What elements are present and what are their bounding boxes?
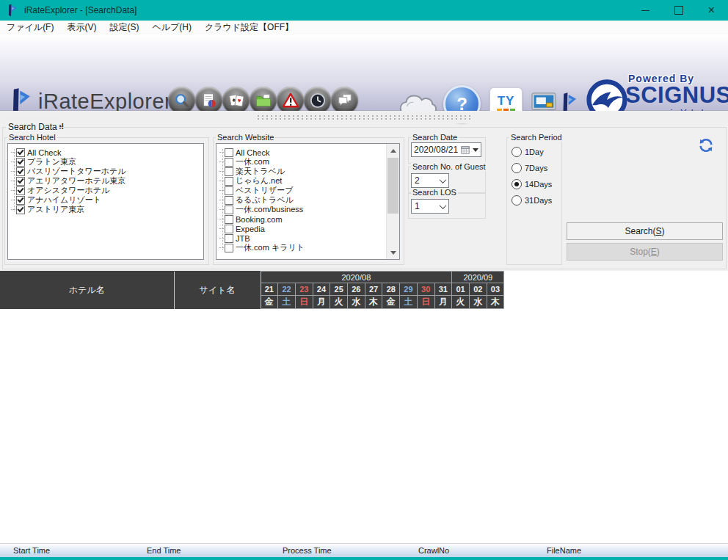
period-option-label: 31Days — [525, 196, 552, 205]
folder-tool-button[interactable] — [250, 87, 277, 114]
month-group-header: 2020/08 — [261, 272, 452, 283]
radio-unselected[interactable] — [512, 147, 522, 157]
warning-icon — [283, 92, 299, 109]
checkbox-unchecked[interactable] — [225, 244, 233, 252]
website-item[interactable]: 一休.com キラリト — [219, 243, 399, 252]
clock-icon — [310, 92, 326, 109]
checkbox-checked[interactable] — [16, 196, 25, 205]
date-column-header: 24 — [313, 283, 330, 296]
period-option-label: 1Day — [525, 148, 544, 156]
radio-unselected[interactable] — [512, 163, 522, 173]
menu-item-file[interactable]: ファイル(F) — [0, 21, 60, 34]
maximize-icon — [674, 6, 683, 15]
day-of-week-header: 月 — [434, 296, 452, 309]
checkbox-unchecked[interactable] — [225, 196, 233, 205]
checkbox-checked[interactable] — [16, 177, 25, 186]
period-options: 1Day7Days14Days31Days — [512, 147, 552, 211]
window-bottom-edge — [0, 557, 728, 560]
logo-text: iRateExplorer — [38, 90, 172, 114]
checkbox-unchecked[interactable] — [225, 177, 233, 186]
radio-selected[interactable] — [512, 179, 522, 189]
website-label: Expedia — [236, 225, 265, 233]
checkbox-checked[interactable] — [16, 186, 25, 195]
search-tool-button[interactable] — [168, 87, 195, 114]
checkbox-unchecked[interactable] — [225, 186, 233, 195]
period-option[interactable]: 14Days — [512, 179, 552, 189]
tree-line — [14, 149, 15, 211]
day-of-week-header: 土 — [278, 296, 296, 309]
title-bar: iRateExplorer - [SearchData] × — [0, 0, 728, 21]
hotel-item[interactable]: アストリア東京 — [11, 205, 203, 214]
menu-item-help[interactable]: ヘルプ(H) — [145, 21, 198, 34]
website-item[interactable]: Booking.com — [219, 214, 399, 224]
date-column-header: 23 — [295, 283, 313, 296]
cards-tool-button[interactable]: ♠ ♥ — [222, 87, 250, 114]
minimize-button[interactable] — [629, 0, 662, 21]
ty-text: TY — [498, 95, 515, 107]
date-column-header: 03 — [487, 283, 504, 296]
checkbox-checked[interactable] — [16, 148, 25, 157]
refresh-button[interactable] — [697, 137, 715, 154]
checkbox-unchecked[interactable] — [225, 167, 233, 176]
results-grid-header: ホテル名サイト名2020/082020/09212223242526272829… — [0, 271, 504, 309]
scroll-down-button[interactable] — [387, 247, 399, 259]
menu-item-view[interactable]: 表示(V) — [60, 21, 103, 34]
guest-count-value: 2 — [415, 175, 420, 186]
search-hotel-label: Search Hotel — [7, 133, 57, 142]
search-date-field[interactable]: 2020/08/21 — [411, 142, 481, 157]
close-button[interactable]: × — [695, 0, 728, 21]
radio-unselected[interactable] — [512, 195, 522, 206]
checkbox-unchecked[interactable] — [225, 158, 233, 167]
stop-button[interactable]: Stop(E) — [567, 243, 723, 261]
menu-item-settings[interactable]: 設定(S) — [103, 21, 145, 34]
maximize-button[interactable] — [662, 0, 695, 21]
tree-line — [222, 149, 224, 250]
search-button[interactable]: Search(S) — [567, 222, 723, 240]
website-item[interactable]: Expedia — [219, 224, 399, 233]
checkbox-unchecked[interactable] — [225, 206, 233, 214]
website-label: 一休.com/business — [236, 204, 303, 215]
day-of-week-header: 日 — [295, 296, 313, 309]
day-of-week-header: 月 — [313, 296, 330, 309]
checkbox-checked[interactable] — [16, 206, 25, 214]
period-option[interactable]: 31Days — [512, 195, 552, 205]
date-column-header: 31 — [434, 283, 452, 296]
status-label-end-time: End Time — [147, 546, 181, 555]
day-of-week-header: 日 — [417, 296, 434, 309]
guest-count-select[interactable]: 2 — [411, 173, 449, 188]
checkbox-unchecked[interactable] — [225, 148, 233, 157]
search-website-label: Search Website — [216, 133, 275, 142]
alert-tool-button[interactable] — [277, 87, 304, 114]
playing-cards-icon: ♠ ♥ — [228, 92, 244, 109]
scroll-thumb[interactable] — [387, 158, 398, 214]
los-value: 1 — [415, 201, 420, 211]
grip-dots — [256, 114, 473, 120]
los-select[interactable]: 1 — [411, 199, 449, 214]
website-label: All Check — [236, 148, 269, 157]
dropdown-arrow-icon[interactable] — [473, 148, 478, 155]
checkbox-unchecked[interactable] — [225, 225, 233, 233]
comments-tool-button[interactable] — [331, 87, 358, 114]
date-column-header: 30 — [417, 283, 434, 296]
period-option-label: 7Days — [525, 164, 547, 172]
hotel-label: アストリア東京 — [27, 204, 84, 215]
menu-item-cloud-settings[interactable]: クラウド設定【OFF】 — [198, 21, 300, 34]
period-option[interactable]: 7Days — [512, 163, 552, 172]
site-name-column-header: サイト名 — [174, 272, 261, 309]
chevron-down-icon — [440, 202, 447, 209]
scrollbar[interactable] — [386, 144, 399, 259]
report-icon — [201, 92, 217, 109]
clock-tool-button[interactable] — [304, 87, 331, 114]
checkbox-checked[interactable] — [16, 167, 25, 176]
checkbox-unchecked[interactable] — [225, 234, 233, 243]
checkbox-unchecked[interactable] — [225, 215, 233, 224]
hotel-listbox[interactable]: All Checkプラトン東京バスリゾートタワーホテルアエリアタワーホテル東京オ… — [7, 143, 204, 260]
scroll-up-button[interactable] — [387, 144, 399, 156]
report-tool-button[interactable] — [195, 87, 222, 114]
period-option[interactable]: 1Day — [512, 147, 552, 156]
website-item[interactable]: 一休.com/business — [219, 205, 399, 214]
website-listbox[interactable]: All Check一休.com楽天トラベルじゃらん.netベストリザーブるるぶト… — [216, 143, 400, 260]
search-date-label: Search Date — [411, 133, 459, 142]
checkbox-checked[interactable] — [16, 158, 25, 167]
search-los-label: Search LOS — [411, 188, 458, 197]
